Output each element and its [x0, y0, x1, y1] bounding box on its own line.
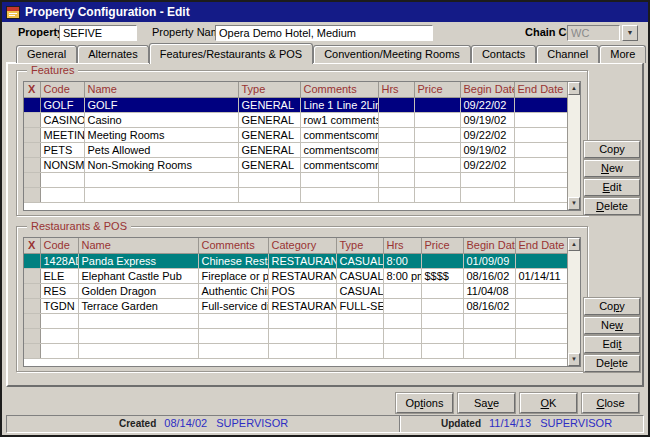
cell	[24, 97, 40, 112]
table-row[interactable]: MEETINGMeeting RoomsGENERALcommentscomme…	[24, 127, 568, 142]
empty-row[interactable]	[24, 172, 568, 187]
tab-alternates[interactable]: Alternates	[77, 45, 149, 63]
created-user: SUPERVISOR	[216, 417, 288, 429]
new-button[interactable]: New	[584, 160, 640, 177]
updated-status: Updated 11/14/13 SUPERVISOR	[441, 417, 612, 429]
save-button[interactable]: Save	[458, 393, 515, 413]
cell: GENERAL	[238, 127, 300, 142]
cell	[378, 127, 414, 142]
table-row[interactable]: RESGolden DragonAuthentic ChinesPOSCASUA…	[24, 283, 568, 298]
cell	[198, 328, 268, 343]
delete-button[interactable]: Delete	[584, 198, 640, 215]
cell: RESTAURANT	[268, 298, 336, 313]
cell	[24, 253, 40, 268]
close-button[interactable]: Close	[582, 393, 639, 413]
empty-row[interactable]	[24, 187, 568, 202]
delete-button[interactable]: Delete	[584, 355, 640, 372]
empty-row[interactable]	[24, 343, 568, 358]
cell	[514, 157, 568, 172]
cell	[84, 187, 238, 202]
cell	[421, 253, 463, 268]
header-row: XCodeNameTypeCommentsHrsPriceBegin DateE…	[24, 82, 568, 97]
table-row[interactable]: TGDNTerrace GardenFull-service dininREST…	[24, 298, 568, 313]
cell	[383, 343, 421, 358]
cell: 09/19/02	[460, 142, 514, 157]
cell	[515, 298, 568, 313]
features-groupbox: Features XCodeNameTypeCommentsHrsPriceBe…	[16, 70, 588, 216]
empty-row[interactable]	[24, 328, 568, 343]
app-icon	[6, 6, 20, 19]
copy-button[interactable]: Copy	[584, 298, 640, 315]
table-row[interactable]: PETSPets AllowedGENERALcommentscomme09/1…	[24, 142, 568, 157]
cell	[514, 142, 568, 157]
cell	[378, 112, 414, 127]
cell	[78, 343, 198, 358]
cell: TGDN	[40, 298, 78, 313]
tab-features-restaurants-pos[interactable]: Features/Restaurants & POS	[149, 43, 313, 64]
cell	[460, 187, 514, 202]
options-button[interactable]: Options	[396, 393, 453, 413]
edit-button[interactable]: Edit	[584, 336, 640, 353]
column-header-category: Category	[268, 238, 336, 253]
cell	[383, 313, 421, 328]
column-header-hrs: Hrs	[378, 82, 414, 97]
table-row[interactable]: 1428ADPanda ExpressChinese RestauRESTAUR…	[24, 253, 568, 268]
table-row[interactable]: GOLFGOLFGENERALLine 1 Line 2Line09/22/02	[24, 97, 568, 112]
property-name-input[interactable]	[215, 25, 433, 41]
cell: MEETING	[40, 127, 84, 142]
ok-button[interactable]: OK	[520, 393, 577, 413]
created-label: Created	[119, 418, 156, 429]
cell: Golden Dragon	[78, 283, 198, 298]
title-bar: Property Configuration - Edit	[2, 2, 648, 22]
updated-date: 11/14/13	[489, 417, 531, 429]
scrollbar-down-arrow-icon[interactable]: ▼	[568, 197, 580, 210]
column-header-price: Price	[414, 82, 460, 97]
table-row[interactable]: CASINOCasinoGENERALrow1 comments o09/19/…	[24, 112, 568, 127]
new-button[interactable]: New	[584, 317, 640, 334]
cell	[414, 112, 460, 127]
cell: Full-service dinin	[198, 298, 268, 313]
cell: 08/16/02	[463, 268, 515, 283]
tab-channel[interactable]: Channel	[536, 45, 599, 63]
tab-general[interactable]: General	[16, 45, 77, 63]
cell	[421, 298, 463, 313]
cell: Panda Express	[78, 253, 198, 268]
window-title: Property Configuration - Edit	[25, 5, 190, 19]
cell: CASINO	[40, 112, 84, 127]
column-header-price: Price	[421, 238, 463, 253]
table-row[interactable]: NONSMKNon-Smoking RoomsGENERALcommentsco…	[24, 157, 568, 172]
copy-button[interactable]: Copy	[584, 141, 640, 158]
cell	[198, 313, 268, 328]
scrollbar-up-arrow-icon[interactable]: ▲	[568, 82, 580, 95]
scrollbar-up-arrow-icon[interactable]: ▲	[568, 238, 580, 251]
cell	[24, 187, 40, 202]
scrollbar-down-arrow-icon[interactable]: ▼	[568, 353, 580, 366]
cell: 09/22/02	[460, 127, 514, 142]
edit-button[interactable]: Edit	[584, 179, 640, 196]
chain-code-dropdown-arrow-icon[interactable]: ▼	[622, 25, 638, 41]
cell	[336, 328, 383, 343]
created-date: 08/14/02	[164, 417, 207, 429]
cell	[414, 172, 460, 187]
column-header-name: Name	[84, 82, 238, 97]
tab-convention-meeting-rooms[interactable]: Convention/Meeting Rooms	[313, 45, 471, 63]
features-scrollbar[interactable]: ▲ ▼	[567, 82, 580, 210]
cell	[24, 172, 40, 187]
tab-contacts[interactable]: Contacts	[471, 45, 536, 63]
restaurants-scrollbar[interactable]: ▲ ▼	[567, 238, 580, 366]
features-table: XCodeNameTypeCommentsHrsPriceBegin DateE…	[23, 81, 581, 211]
tab-more[interactable]: More	[599, 45, 646, 63]
cell: CASUAL	[336, 253, 383, 268]
table-row[interactable]: ELEElephant Castle PubFireplace or patRE…	[24, 268, 568, 283]
cell	[378, 142, 414, 157]
cell	[463, 313, 515, 328]
cell	[378, 187, 414, 202]
cell: 09/22/02	[460, 157, 514, 172]
property-input[interactable]	[59, 25, 137, 41]
cell: 09/19/02	[460, 112, 514, 127]
cell: Terrace Garden	[78, 298, 198, 313]
cell	[78, 313, 198, 328]
cell	[514, 127, 568, 142]
cell	[24, 157, 40, 172]
empty-row[interactable]	[24, 313, 568, 328]
